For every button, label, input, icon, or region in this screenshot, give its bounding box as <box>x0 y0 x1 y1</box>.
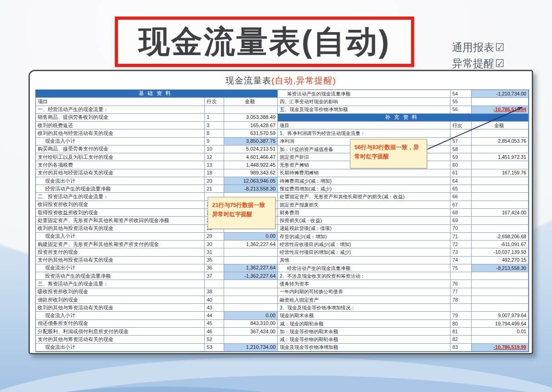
cell-item-label[interactable]: 偿还债务所支付的现金 <box>36 320 205 328</box>
cell-line-number[interactable]: 82 <box>451 336 472 343</box>
cell-line-number[interactable]: 10 <box>205 146 224 153</box>
cell-item-label[interactable]: 3、现金及现金等价物净增加情况： <box>278 304 451 312</box>
column-header-item[interactable]: 项目 <box>278 122 451 129</box>
cell-amount[interactable]: -1,362,227.64 <box>224 272 278 280</box>
cell-item-label[interactable]: 处置固定资产、无形资产和其他长期资产所收回的现金净额 <box>36 217 205 224</box>
cell-line-number[interactable]: 45 <box>205 320 224 328</box>
cell-amount[interactable] <box>472 185 529 193</box>
cell-amount[interactable]: 5,024,213.51 <box>224 146 278 153</box>
cell-line-number[interactable]: 77 <box>451 288 472 296</box>
cell-line-number[interactable] <box>205 106 224 114</box>
cell-line-number[interactable]: 43 <box>205 304 224 312</box>
cell-amount[interactable]: 0.01 <box>472 328 529 336</box>
cell-amount[interactable]: 843,310.00 <box>224 320 278 328</box>
cell-line-number[interactable]: 1 <box>205 114 224 122</box>
cell-amount[interactable]: -10,037,139.93 <box>472 248 529 256</box>
cell-amount[interactable] <box>224 280 278 288</box>
cell-line-number[interactable]: 3 <box>205 122 224 129</box>
cell-amount[interactable]: 989,343.62 <box>224 169 278 177</box>
cell-line-number[interactable]: 78 <box>451 296 472 304</box>
cell-line-number[interactable]: 36 <box>205 264 224 272</box>
cell-line-number[interactable]: 80 <box>451 320 472 328</box>
cell-line-number[interactable]: 76 <box>451 280 472 288</box>
cell-item-label[interactable]: 减：现金的期初余额 <box>278 320 451 328</box>
cell-amount[interactable] <box>472 201 529 209</box>
cell-line-number[interactable]: 70 <box>451 225 472 233</box>
cell-item-label[interactable]: 收到的税费返还 <box>36 122 205 129</box>
cell-item-label[interactable]: 其他 <box>278 257 451 264</box>
cell-item-label[interactable]: 预提费用增加(减：减少) <box>278 185 451 193</box>
cell-line-number[interactable]: 65 <box>451 185 472 193</box>
checkbox-checked-icon[interactable]: ☑ <box>495 56 505 72</box>
cell-item-label[interactable]: 现金流入小计 <box>36 312 205 319</box>
cell-item-label[interactable]: 经营性应收项目的减少(减：增加) <box>278 241 451 248</box>
cell-line-number[interactable]: 64 <box>451 177 472 185</box>
cell-item-label[interactable]: 收到的其他与投资活动有关的现金 <box>36 225 205 233</box>
cell-amount[interactable]: -8,213,558.30 <box>472 264 529 272</box>
cell-item-label[interactable]: 取得投资收益所收到的现金 <box>36 209 205 217</box>
cell-line-number[interactable] <box>451 272 472 280</box>
cell-amount[interactable]: 492,270.15 <box>472 257 529 264</box>
cell-line-number[interactable]: 21 <box>205 185 224 193</box>
cell-item-label[interactable]: 经营活动产生的现金流量净额 <box>278 264 451 272</box>
cell-item-label[interactable]: 一年内到期的可转换公司债券 <box>278 288 451 296</box>
cell-item-label[interactable]: 四、汇率变动对现金的影响 <box>278 98 451 106</box>
cell-amount[interactable]: 4,601,466.47 <box>224 153 278 161</box>
cell-item-label[interactable]: 2、不涉及现金收支的投资和筹资活动： <box>278 272 451 280</box>
cell-line-number[interactable]: 75 <box>451 264 472 272</box>
cell-amount[interactable]: -611,091.67 <box>472 241 529 248</box>
cell-line-number[interactable] <box>205 280 224 288</box>
cell-amount[interactable] <box>472 193 529 201</box>
cell-item-label[interactable]: 经营活动产生的现金流量净额 <box>36 185 205 193</box>
cell-amount[interactable] <box>224 106 278 114</box>
cell-line-number[interactable]: 74 <box>451 257 472 264</box>
cell-item-label[interactable]: 经营性应付项目的增加(减：减少) <box>278 248 451 256</box>
cell-line-number[interactable]: 38 <box>205 288 224 296</box>
cell-amount[interactable] <box>224 288 278 296</box>
cell-item-label[interactable]: 收回投资所收到的现金 <box>36 201 205 209</box>
cell-item-label[interactable]: 收到的其他与经营活动有关的现金 <box>36 129 205 137</box>
cell-amount[interactable]: -8,213,558.30 <box>224 185 278 193</box>
cell-line-number[interactable]: 79 <box>451 312 472 319</box>
cell-amount[interactable] <box>472 129 529 137</box>
cell-item-label[interactable]: 三、筹资活动产生的现金流量： <box>36 280 205 288</box>
cell-item-label[interactable]: 筹资活动产生的现金流量净额 <box>278 90 451 98</box>
cell-amount[interactable]: 1,451,972.31 <box>472 153 529 161</box>
cell-item-label[interactable]: 债务转为资本 <box>278 280 451 288</box>
cell-line-number[interactable]: 12 <box>205 153 224 161</box>
cell-item-label[interactable]: 支付的其他与投资活动有关的现金 <box>36 257 205 264</box>
cell-line-number[interactable]: 60 <box>451 161 472 169</box>
cell-amount[interactable]: 9,007,979.64 <box>472 312 529 319</box>
cell-amount[interactable] <box>472 288 529 296</box>
cell-amount[interactable] <box>224 336 278 343</box>
cell-item-label[interactable]: 递延税款贷项(减：借项) <box>278 225 451 233</box>
cell-amount[interactable] <box>472 146 529 153</box>
cell-line-number[interactable]: 31 <box>205 248 224 256</box>
cell-item-label[interactable]: 投资所支付的现金 <box>36 248 205 256</box>
cell-amount[interactable]: 1,362,227.64 <box>224 264 278 272</box>
cell-amount[interactable]: 19,794,499.64 <box>472 320 529 328</box>
cell-item-label[interactable]: 现金及现金等价物净增加额 <box>278 344 451 352</box>
cell-amount[interactable] <box>224 248 278 256</box>
cell-amount[interactable]: -2,698,206.68 <box>472 233 529 241</box>
cell-amount[interactable]: -1,210,734.00 <box>472 90 529 98</box>
checkbox-checked-icon[interactable]: ☑ <box>495 39 505 56</box>
cell-item-label[interactable]: 减：现金等价物的期初余额 <box>278 336 451 343</box>
cell-amount[interactable] <box>472 98 529 106</box>
cell-item-label[interactable]: 购建固定资产、无形资产和其他长期资产所支付的现金 <box>36 241 205 248</box>
cell-line-number[interactable]: 81 <box>451 328 472 336</box>
cell-amount[interactable]: 12,063,946.05 <box>224 177 278 185</box>
cell-line-number[interactable] <box>451 304 472 312</box>
cell-amount[interactable]: 1,210,734.00 <box>224 344 278 352</box>
cell-item-label[interactable]: 支付的其他与经营活动有关的现金 <box>36 169 205 177</box>
cell-line-number[interactable]: 72 <box>451 241 472 248</box>
cell-item-label[interactable]: 销售商品、提供劳务收到的现金 <box>36 114 205 122</box>
cell-line-number[interactable]: 61 <box>451 169 472 177</box>
column-header-line[interactable]: 行次 <box>451 122 472 129</box>
cell-line-number[interactable]: 37 <box>205 272 224 280</box>
cell-item-label[interactable]: 现金流出小计 <box>36 264 205 272</box>
cell-amount[interactable]: 367,424.00 <box>224 328 278 336</box>
cell-amount[interactable] <box>472 225 529 233</box>
cell-line-number[interactable]: 52 <box>205 336 224 343</box>
cell-line-number[interactable]: 13 <box>205 161 224 169</box>
